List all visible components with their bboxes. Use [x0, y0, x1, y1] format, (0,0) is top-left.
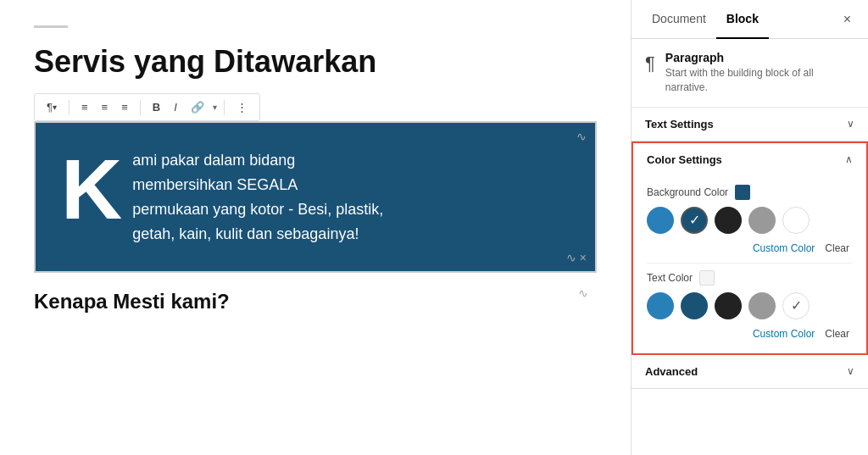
text-clear-button[interactable]: Clear [821, 326, 853, 341]
selected-checkmark: ✓ [689, 212, 700, 228]
editor-divider [34, 25, 68, 28]
text-settings-label: Text Settings [645, 118, 714, 130]
content-block[interactable]: ∿ K ami pakar dalam bidang membersihkan … [34, 121, 597, 273]
color-settings-header[interactable]: Color Settings ∧ [633, 143, 866, 176]
bg-clear-button[interactable]: Clear [821, 241, 853, 256]
sidebar-tabs: Document Block × [632, 0, 868, 39]
text-color-dark-blue[interactable] [681, 292, 708, 319]
tab-document[interactable]: Document [642, 0, 716, 39]
paragraph-dropdown-icon: ▾ [53, 103, 57, 112]
text-color-swatch [699, 270, 715, 286]
block-description: Start with the building block of all nar… [665, 66, 854, 95]
text-color-white[interactable]: ✓ [782, 292, 810, 319]
wifi-icon-sub: ∿ [578, 286, 588, 300]
color-settings-chevron: ∧ [845, 153, 853, 165]
bg-color-section: Background Color ✓ Custom Color Clear Te… [633, 176, 866, 353]
bg-color-blue[interactable] [647, 207, 674, 234]
color-settings-wrapper: Color Settings ∧ Background Color ✓ Cust… [632, 141, 868, 355]
more-options-button[interactable]: ⋮ [231, 97, 253, 117]
text-color-checkmark: ✓ [791, 297, 802, 314]
format-toolbar: ¶ ▾ ≡ ≡ ≡ B I 🔗 ▾ ⋮ [34, 93, 260, 121]
link-dropdown-icon: ▾ [213, 103, 217, 112]
block-title: Paragraph [665, 51, 854, 64]
sidebar-close-button[interactable]: × [837, 8, 858, 31]
advanced-header[interactable]: Advanced ∨ [632, 355, 868, 389]
bold-button[interactable]: B [147, 97, 165, 117]
text-line2: membersihkan SEGALA [132, 176, 298, 193]
drop-cap: K [61, 148, 122, 225]
bg-color-gray[interactable] [748, 207, 776, 234]
text-settings-header[interactable]: Text Settings ∨ [632, 108, 868, 141]
text-color-black[interactable] [715, 292, 742, 319]
bg-color-swatch [735, 185, 750, 200]
link-button[interactable]: 🔗 [186, 97, 209, 117]
bg-color-white[interactable] [782, 207, 810, 234]
block-info-section: ¶ Paragraph Start with the building bloc… [632, 39, 868, 108]
italic-button[interactable]: I [169, 97, 182, 117]
paragraph-icon: ¶ [47, 101, 53, 114]
advanced-chevron: ∨ [847, 365, 854, 377]
advanced-label: Advanced [645, 365, 698, 378]
tab-block[interactable]: Block [716, 0, 769, 39]
block-text: ami pakar dalam bidang membersihkan SEGA… [132, 152, 383, 241]
text-settings-chevron: ∨ [847, 118, 854, 130]
text-line4: getah, kain, kulit dan sebagainya! [132, 225, 359, 242]
page-heading: Servis yang Ditawarkan [34, 43, 597, 80]
wifi-icon-bottom: ∿ × [566, 251, 587, 264]
bg-color-black[interactable] [715, 207, 742, 234]
text-color-label: Text Color [647, 270, 853, 286]
align-left-button[interactable]: ≡ [76, 97, 93, 117]
text-color-actions: Custom Color Clear [647, 326, 853, 341]
bg-color-actions: Custom Color Clear [647, 241, 853, 256]
subheading-row: Kenapa Mesti kami? ∿ [34, 273, 597, 314]
editor-subheading: Kenapa Mesti kami? [34, 290, 230, 314]
wifi-icon-top: ∿ [576, 130, 587, 143]
editor-panel: Servis yang Ditawarkan ¶ ▾ ≡ ≡ ≡ B I 🔗 ▾… [0, 0, 631, 455]
block-info: ¶ Paragraph Start with the building bloc… [645, 51, 854, 95]
text-line1: ami pakar dalam bidang [132, 152, 295, 169]
bg-color-swatches: ✓ [647, 207, 853, 234]
paragraph-block-icon: ¶ [645, 53, 655, 75]
paragraph-button[interactable]: ¶ ▾ [42, 97, 62, 117]
toolbar-divider-2 [140, 100, 141, 115]
text-color-text: Text Color [647, 272, 693, 284]
color-settings-label: Color Settings [647, 153, 722, 166]
color-section-divider [647, 263, 853, 264]
align-right-button[interactable]: ≡ [116, 97, 133, 117]
text-line3: permukaan yang kotor - Besi, plastik, [132, 201, 383, 218]
bg-color-label: Background Color [647, 185, 853, 200]
text-custom-color-button[interactable]: Custom Color [753, 328, 815, 340]
bg-custom-color-button[interactable]: Custom Color [753, 242, 815, 254]
toolbar-divider-1 [69, 100, 70, 115]
text-color-gray[interactable] [748, 292, 776, 319]
bg-color-text: Background Color [647, 186, 728, 198]
toolbar-divider-3 [224, 100, 225, 115]
block-content: K ami pakar dalam bidang membersihkan SE… [61, 148, 570, 246]
bg-color-dark-blue[interactable]: ✓ [681, 207, 708, 234]
sidebar: Document Block × ¶ Paragraph Start with … [631, 0, 868, 455]
block-toolbar: ¶ ▾ ≡ ≡ ≡ B I 🔗 ▾ ⋮ ∿ K ami pakar dalam … [34, 93, 597, 273]
align-center-button[interactable]: ≡ [97, 97, 114, 117]
text-color-blue[interactable] [647, 292, 674, 319]
text-color-swatches: ✓ [647, 292, 853, 319]
block-info-text: Paragraph Start with the building block … [665, 51, 854, 95]
